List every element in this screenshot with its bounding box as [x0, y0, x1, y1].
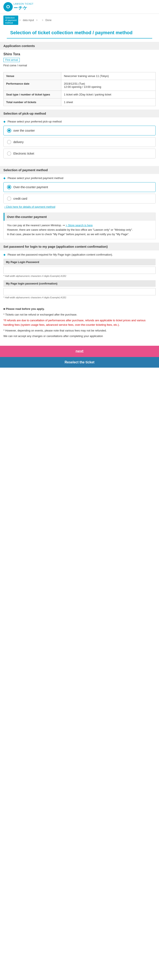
breadcrumb-steps: Selectionof paymentmethod > data input >…: [0, 14, 159, 27]
counter-info-line2: However, there are cases where stores av…: [7, 228, 152, 232]
reselect-button[interactable]: Reselect the ticket: [0, 357, 159, 368]
password-section: ◆ Please set the password required for M…: [0, 250, 159, 304]
before-apply-section: ■ Please read before you apply. * Ticket…: [0, 304, 159, 342]
password-note: ◆ Please set the password required for M…: [3, 253, 156, 256]
table-cell-label: Performance date: [3, 80, 61, 91]
step-empty: [38, 19, 41, 21]
application-contents: Shiro Tora First arrival First come / no…: [0, 50, 159, 70]
before-apply-title: ■ Please read before you apply.: [3, 307, 156, 311]
logo-title: ーチケ: [14, 5, 33, 11]
payment-details-link[interactable]: › Click here for details of payment meth…: [3, 205, 156, 208]
first-arrival-badge: First arrival: [3, 58, 20, 62]
step-selection: Selectionof paymentmethod: [3, 16, 18, 25]
table-cell-value: 2019/12/31 (Tue)12:00 opening / 13:00 op…: [61, 80, 156, 91]
counter-info-line1: You can pay at the nearest Lawson Minist…: [7, 223, 152, 228]
pickup-option-delivery[interactable]: delivery: [3, 137, 156, 147]
section-application-header: Application contents: [0, 42, 159, 50]
payment-section: ◆ Please select your preferred payment m…: [0, 174, 159, 211]
arrival-note: First come / normal: [3, 64, 156, 67]
payment-label-counter: Over-the-counter payment: [13, 185, 48, 189]
table-row: Total number of tickets 1 sheet: [3, 99, 156, 106]
before-apply-line2-warning: *If refunds are due to cancellation of p…: [3, 318, 156, 327]
step-done: Done: [44, 18, 53, 22]
before-apply-line3: * However, depending on events, please n…: [3, 329, 156, 333]
arrow-2: >: [36, 19, 38, 22]
payment-option-credit[interactable]: credit card: [3, 194, 156, 204]
next-button[interactable]: next: [0, 346, 159, 357]
table-cell-value: 1 ticket with 2Day ticket / parking tick…: [61, 91, 156, 99]
table-cell-label: Total number of tickets: [3, 99, 61, 106]
diamond-icon: ◆: [3, 120, 6, 123]
pickup-section-header: Selection of pick-up method: [0, 110, 159, 118]
logo-ticket-label: LAWSON TICKET: [14, 3, 33, 5]
radio-payment-counter: [7, 185, 11, 189]
table-row: Performance date 2019/12/31 (Tue)12:00 o…: [3, 80, 156, 91]
password-field-1-label: My Page Login Password: [3, 259, 156, 266]
page-title: Selection of ticket collection method / …: [7, 27, 152, 38]
pickup-label-electronic: Electronic ticket: [13, 152, 34, 155]
pickup-label-counter: over the counter: [13, 129, 35, 132]
pickup-section: ◆ Please select your preferred pick-up m…: [0, 118, 159, 163]
counter-info-line3: In that case, please be sure to check "M…: [7, 232, 152, 237]
customer-name: Shiro Tora: [3, 52, 156, 56]
info-table: Venue Newcomer training venue 11 (Tokyo)…: [3, 72, 156, 106]
password-hint-2: * Half-width alphanumeric characters 4 d…: [3, 296, 156, 299]
counter-info-body: You can pay at the nearest Lawson Minist…: [3, 221, 156, 239]
payment-label-credit: credit card: [13, 197, 27, 200]
table-row: Venue Newcomer training venue 11 (Tokyo): [3, 72, 156, 80]
logo: O LAWSON TICKET ーチケ: [3, 2, 33, 11]
logo-letter: O: [6, 4, 10, 10]
pickup-option-counter[interactable]: over the counter: [3, 126, 156, 135]
arrow-1: >: [19, 19, 20, 22]
payment-note: ◆ Please select your preferred payment m…: [3, 177, 156, 180]
pickup-note: ◆ Please select your preferred pick-up m…: [3, 120, 156, 123]
table-cell-value: 1 sheet: [61, 99, 156, 106]
pickup-label-delivery: delivery: [13, 140, 24, 144]
radio-payment-credit: [7, 196, 11, 201]
table-cell-value: Newcomer training venue 11 (Tokyo): [61, 72, 156, 80]
radio-electronic: [7, 151, 11, 156]
table-cell-label: Seat type / number of ticket types: [3, 91, 61, 99]
diamond-icon-payment: ◆: [3, 177, 6, 180]
password-input-2[interactable]: [3, 288, 156, 295]
counter-info-title: Over-the-counter payment: [3, 213, 156, 221]
header: O LAWSON TICKET ーチケ: [0, 0, 159, 14]
before-apply-line1: * Tickets can not be refund or exchanged…: [3, 313, 156, 317]
pickup-option-electronic[interactable]: Electronic ticket: [3, 149, 156, 158]
password-hint-1: * Half-width alphanumeric characters 4 d…: [3, 275, 156, 277]
password-section-header: Set password for login to my page (appli…: [0, 243, 159, 250]
before-apply-line4: We can not accept any changes or cancell…: [3, 334, 156, 339]
logo-circle: O: [3, 2, 13, 11]
payment-option-counter[interactable]: Over-the-counter payment: [3, 182, 156, 192]
store-search-link[interactable]: > Store search is here: [66, 224, 93, 227]
password-input-1[interactable]: [3, 267, 156, 274]
diamond-icon-password: ◆: [3, 253, 6, 256]
radio-delivery: [7, 140, 11, 144]
radio-counter: [7, 129, 11, 133]
table-row: Seat type / number of ticket types 1 tic…: [3, 91, 156, 99]
logo-text: LAWSON TICKET ーチケ: [14, 3, 33, 11]
step-data-input: data input: [21, 18, 35, 22]
table-cell-label: Venue: [3, 72, 61, 80]
arrow-3: >: [42, 19, 43, 22]
payment-section-header: Selection of payment method: [0, 166, 159, 174]
small-arrow-icon: ›: [4, 205, 5, 208]
password-field-2-label: My Page login password (confirmation): [3, 280, 156, 287]
